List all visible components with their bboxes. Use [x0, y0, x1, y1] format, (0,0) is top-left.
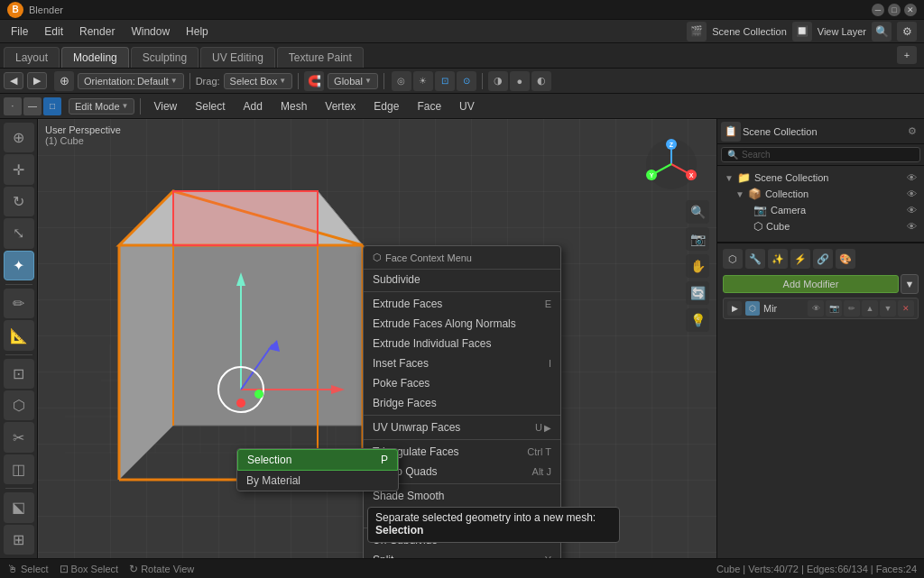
zoom-in-icon[interactable]: 🔍 [686, 200, 709, 224]
outliner-icon[interactable]: 📋 [721, 122, 741, 142]
tab-sculpting[interactable]: Sculpting [131, 47, 199, 68]
ctx-split[interactable]: Split Y [364, 550, 560, 558]
outliner-search-bar[interactable]: 🔍 Search [721, 147, 920, 162]
collection-vis[interactable]: 👁 [907, 188, 917, 199]
tab-modeling[interactable]: Modeling [61, 47, 129, 68]
ctx-bridge-faces[interactable]: Bridge Faces [364, 393, 560, 413]
material-shading[interactable]: ● [510, 71, 530, 91]
orientation-dropdown[interactable]: Orientation: Default ▼ [78, 73, 184, 89]
poly-build-tool[interactable]: ⬡ [4, 390, 34, 420]
tab-texture-paint[interactable]: Texture Paint [277, 47, 364, 68]
ctx-extrude-individual[interactable]: Extrude Individual Faces [364, 334, 560, 353]
gizmo-icon[interactable]: ⊙ [457, 71, 476, 91]
constraints-props-icon[interactable]: 🔗 [813, 249, 833, 269]
zoom-camera-icon[interactable]: 📷 [686, 227, 709, 251]
menu-edit[interactable]: Edit [37, 23, 70, 40]
viewport-gizmo[interactable]: Z X Y [644, 137, 698, 191]
ctx-inset-faces[interactable]: Inset Faces I [364, 353, 560, 373]
submenu-selection[interactable]: Selection P [237, 449, 398, 471]
modifier-down-icon[interactable]: ▼ [880, 300, 896, 317]
minimize-button[interactable]: ─ [872, 4, 884, 16]
viewport[interactable]: User Perspective (1) Cube [38, 119, 716, 558]
scene-selector[interactable]: 🎬 [687, 22, 707, 41]
menu-render[interactable]: Render [72, 23, 122, 40]
view-history-back[interactable]: ◀ [4, 72, 23, 89]
extrude-tool[interactable]: ⬕ [4, 492, 34, 522]
transform-pivot-icon[interactable]: ⊕ [54, 71, 74, 91]
view-history-fwd[interactable]: ▶ [27, 72, 47, 89]
knife-tool[interactable]: ✂ [4, 422, 34, 452]
tab-layout[interactable]: Layout [4, 47, 60, 68]
add-modifier-btn[interactable]: Add Modifier [723, 275, 899, 293]
filter-outliner-icon[interactable]: ⚙ [904, 124, 920, 140]
vertex-mode-icon[interactable]: · [4, 97, 22, 115]
ctx-subdivide[interactable]: Subdivide [364, 270, 560, 289]
move-tool[interactable]: ✛ [4, 154, 34, 184]
modifier-vis-icon[interactable]: 👁 [808, 300, 824, 317]
cube-vis[interactable]: 👁 [907, 221, 917, 232]
modifier-props-icon[interactable]: 🔧 [745, 249, 765, 269]
filter-icon[interactable]: ⚙ [897, 22, 917, 41]
view-layer-selector[interactable]: 🔲 [792, 22, 812, 41]
lamp-icon[interactable]: 💡 [686, 308, 709, 332]
measure-tool[interactable]: 📐 [4, 320, 34, 350]
header-add[interactable]: Add [236, 98, 270, 115]
xray-icon[interactable]: ☀ [413, 71, 433, 91]
camera-vis[interactable]: 👁 [907, 205, 917, 216]
inset-tool[interactable]: ⊞ [4, 525, 34, 555]
header-face[interactable]: Face [410, 98, 448, 115]
menu-help[interactable]: Help [179, 23, 216, 40]
header-view[interactable]: View [146, 98, 184, 115]
header-mesh[interactable]: Mesh [273, 98, 314, 115]
scene-collection-vis[interactable]: 👁 [907, 172, 917, 183]
menu-window[interactable]: Window [124, 23, 177, 40]
modifier-options-icon[interactable]: ▼ [901, 274, 919, 294]
physics-props-icon[interactable]: ⚡ [790, 249, 810, 269]
menu-file[interactable]: File [4, 23, 35, 40]
ctx-extrude-along-normals[interactable]: Extrude Faces Along Normals [364, 314, 560, 334]
modifier-edit-icon[interactable]: ✏ [844, 300, 860, 317]
rotate-tool[interactable]: ↻ [4, 187, 34, 216]
tree-scene-collection[interactable]: ▼ 📁 Scene Collection 👁 [721, 170, 920, 186]
snap-icon[interactable]: 🧲 [304, 71, 324, 91]
face-mode-icon[interactable]: □ [43, 97, 61, 115]
tree-collection[interactable]: ▼ 📦 Collection 👁 [721, 186, 920, 202]
solid-shading[interactable]: ◑ [488, 71, 508, 91]
scale-tool[interactable]: ⤡ [4, 218, 34, 248]
ctx-poke-faces[interactable]: Poke Faces [364, 373, 560, 393]
header-vertex[interactable]: Vertex [318, 98, 363, 115]
annotate-tool[interactable]: ✏ [4, 289, 34, 318]
drag-dropdown[interactable]: Select Box ▼ [224, 73, 293, 89]
header-select[interactable]: Select [188, 98, 232, 115]
rotate-view-icon[interactable]: 🔄 [686, 281, 709, 305]
rendered-shading[interactable]: ◐ [531, 71, 551, 91]
close-button[interactable]: ✕ [904, 4, 917, 16]
object-props-icon[interactable]: ⬡ [723, 249, 743, 269]
bevel-tool[interactable]: ◫ [4, 454, 34, 484]
header-edge[interactable]: Edge [366, 98, 406, 115]
transform-tool[interactable]: ✦ [4, 251, 34, 280]
modifier-expand-arrow[interactable]: ▶ [727, 301, 742, 316]
overlay-icon[interactable]: ⊡ [435, 71, 455, 91]
tree-camera[interactable]: 📷 Camera 👁 [721, 202, 920, 218]
ctx-uv-unwrap[interactable]: UV Unwrap Faces U ▶ [364, 417, 560, 437]
ctx-extrude-faces[interactable]: Extrude Faces E [364, 294, 560, 314]
pan-icon[interactable]: ✋ [686, 254, 709, 278]
add-workspace-button[interactable]: + [897, 46, 917, 64]
modifier-delete-icon[interactable]: ✕ [898, 300, 914, 317]
tree-cube[interactable]: ⬡ Cube 👁 [721, 218, 920, 234]
cursor-tool[interactable]: ⊕ [4, 123, 34, 152]
maximize-button[interactable]: □ [888, 4, 901, 16]
loop-cut-tool[interactable]: ⊡ [4, 359, 34, 389]
search-icon[interactable]: 🔍 [872, 22, 892, 41]
material-props-icon[interactable]: 🎨 [836, 249, 855, 269]
header-uv[interactable]: UV [452, 98, 482, 115]
modifier-render-icon[interactable]: 📷 [826, 300, 842, 317]
pivot-dropdown[interactable]: Global ▼ [328, 73, 378, 89]
edge-mode-icon[interactable]: — [23, 97, 42, 115]
tab-uv-editing[interactable]: UV Editing [200, 47, 275, 68]
proportional-icon[interactable]: ◎ [392, 71, 411, 91]
edit-mode-dropdown[interactable]: Edit Mode ▼ [69, 98, 134, 115]
submenu-by-material[interactable]: By Material [237, 471, 398, 491]
particle-props-icon[interactable]: ✨ [768, 249, 788, 269]
